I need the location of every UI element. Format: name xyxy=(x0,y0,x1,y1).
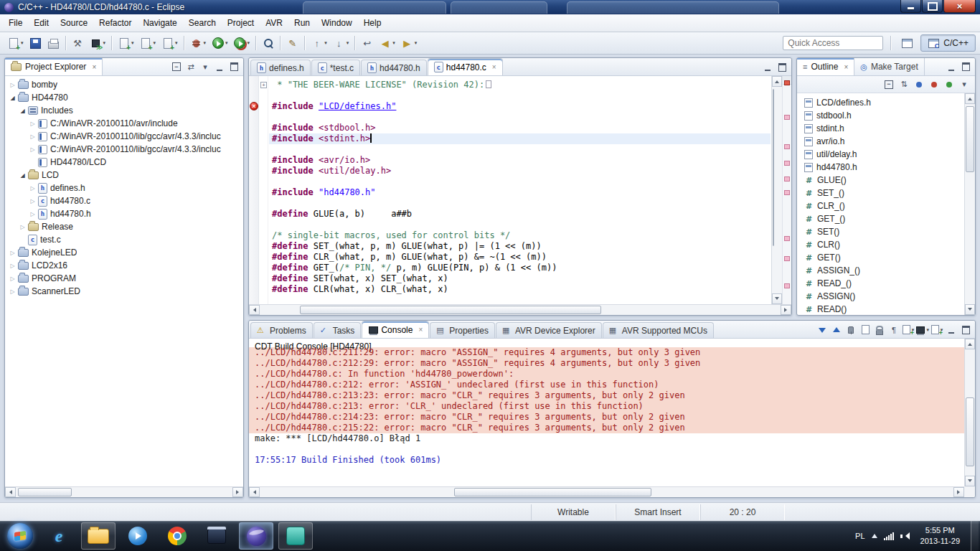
occurrence-overview-marker[interactable] xyxy=(784,256,790,261)
new-project-button[interactable]: ▾ xyxy=(159,34,181,52)
fold-expand-icon[interactable] xyxy=(260,82,267,88)
scrollbar-thumb[interactable] xyxy=(300,306,601,314)
outline-item-read[interactable]: #READ() xyxy=(797,303,964,315)
tree-twistie-icon[interactable]: ▷ xyxy=(8,288,17,295)
menu-item-file[interactable]: File xyxy=(3,16,28,30)
back-button[interactable]: ◀▾ xyxy=(376,34,398,52)
window-maximize-button[interactable] xyxy=(922,0,943,13)
occurrence-overview-marker[interactable] xyxy=(784,236,790,241)
outline-item-avr-io-h[interactable]: avr/io.h xyxy=(797,135,964,148)
hide-non-public-members-button[interactable] xyxy=(943,78,956,90)
overview-ruler[interactable] xyxy=(782,76,791,304)
editor-vertical-scrollbar[interactable] xyxy=(771,76,782,304)
scroll-lock-button[interactable] xyxy=(873,324,886,336)
scrollbar-track[interactable] xyxy=(260,305,780,315)
console-tab-problems[interactable]: ⚠Problems xyxy=(250,322,313,338)
menu-item-avr[interactable]: AVR xyxy=(260,16,288,30)
run-button[interactable]: ▾ xyxy=(209,34,231,52)
forward-button[interactable]: ▶▾ xyxy=(398,34,420,52)
scroll-right-button[interactable] xyxy=(781,305,791,315)
mark-occurrences-button[interactable]: ✎ xyxy=(283,34,301,52)
tree-item-bomby[interactable]: ▷bomby xyxy=(5,78,243,91)
outline-item-assign[interactable]: #ASSIGN() xyxy=(797,290,964,303)
open-console-button[interactable]: ▾ xyxy=(930,324,943,336)
close-tab-icon[interactable]: × xyxy=(492,63,496,71)
taskbar-eclipse[interactable] xyxy=(239,522,273,550)
network-icon[interactable] xyxy=(884,532,894,540)
tree-twistie-icon[interactable]: ▷ xyxy=(28,146,37,153)
next-annotation-button[interactable]: ↓▾ xyxy=(330,34,352,52)
scroll-left-button[interactable] xyxy=(5,487,16,497)
outline-vertical-scrollbar[interactable] xyxy=(964,93,975,315)
outline-collapse-all-button[interactable] xyxy=(882,78,895,90)
tree-item-c-winavr-20100110-lib-gcc-avr-4-3-3-incluc[interactable]: ▷C:/WinAVR-20100110/lib/gcc/avr/4.3.3/in… xyxy=(5,143,243,156)
outline-item-hd44780-h[interactable]: hd44780.h xyxy=(797,161,964,174)
close-view-icon[interactable]: × xyxy=(844,63,848,71)
previous-annotation-button[interactable]: ↑▾ xyxy=(308,34,330,52)
pin-console-button[interactable] xyxy=(844,324,857,336)
outline-item-set[interactable]: #SET_() xyxy=(797,187,964,199)
explorer-collapse-all-button[interactable] xyxy=(170,61,183,73)
tree-item-defines-h[interactable]: ▷hdefines.h xyxy=(5,182,243,194)
menu-item-edit[interactable]: Edit xyxy=(28,16,55,30)
build-all-button[interactable]: ⚒ xyxy=(69,34,87,52)
scroll-left-button[interactable] xyxy=(249,305,260,315)
hide-fields-button[interactable] xyxy=(913,78,925,90)
new-wizard-button[interactable]: ▾ xyxy=(4,34,27,52)
cpp-perspective-button[interactable]: C/C++ xyxy=(920,34,976,52)
clear-console-button[interactable] xyxy=(859,324,872,336)
editor-tab-defines-h[interactable]: hdefines.h xyxy=(250,60,311,75)
scrollbar-thumb[interactable] xyxy=(18,488,72,496)
new-folder-button[interactable]: ▾ xyxy=(137,34,159,52)
show-desktop-button[interactable] xyxy=(971,521,979,551)
close-view-icon[interactable]: × xyxy=(92,63,96,71)
scroll-to-top-button[interactable] xyxy=(830,324,843,336)
editor-minimize-button[interactable] xyxy=(761,61,774,73)
tree-twistie-icon[interactable]: ◢ xyxy=(8,95,17,101)
outline-minimize-button[interactable] xyxy=(945,61,958,73)
scroll-down-button[interactable] xyxy=(772,293,782,304)
occurrence-overview-marker[interactable] xyxy=(784,161,790,166)
tree-twistie-icon[interactable]: ▷ xyxy=(28,198,37,204)
tree-item-hd44780-lcd[interactable]: HD44780/LCD xyxy=(5,156,243,169)
tree-item-includes[interactable]: ◢Includes xyxy=(5,104,243,117)
language-indicator[interactable]: PL xyxy=(855,532,864,540)
taskbar-command-prompt[interactable] xyxy=(199,522,234,550)
menu-item-navigate[interactable]: Navigate xyxy=(137,16,182,30)
occurrence-overview-marker[interactable] xyxy=(784,115,790,120)
editor-maximize-button[interactable] xyxy=(776,61,788,73)
taskbar-clock[interactable]: 5:55 PM 2013-11-29 xyxy=(916,525,964,547)
tree-twistie-icon[interactable]: ▷ xyxy=(8,276,17,282)
outline-item-util-delay-h[interactable]: util/delay.h xyxy=(797,148,964,161)
console-body[interactable]: CDT Build Console [HD44780] ../LCD/hd447… xyxy=(249,339,964,486)
occurrence-overview-marker[interactable] xyxy=(784,176,790,182)
new-console-view-button[interactable]: ▾ xyxy=(902,324,915,336)
tree-item-lcd2x16[interactable]: ▷LCD2x16 xyxy=(5,259,243,272)
tree-item-scannerled[interactable]: ▷ScannerLED xyxy=(5,285,243,298)
console-minimize-button[interactable] xyxy=(945,324,958,336)
hide-static-members-button[interactable] xyxy=(928,78,941,90)
menu-item-project[interactable]: Project xyxy=(222,16,260,30)
scroll-down-button[interactable] xyxy=(965,476,975,486)
tree-twistie-icon[interactable]: ◢ xyxy=(18,172,27,179)
outline-item-set[interactable]: #SET() xyxy=(797,225,964,238)
outline-item-get[interactable]: #GET() xyxy=(797,251,964,264)
scrollbar-track[interactable] xyxy=(260,487,953,497)
outline-item-get[interactable]: #GET_() xyxy=(797,212,964,225)
open-element-button[interactable] xyxy=(259,34,277,52)
scroll-up-button[interactable] xyxy=(965,93,975,104)
explorer-maximize-button[interactable] xyxy=(227,61,240,73)
menu-item-help[interactable]: Help xyxy=(358,16,387,30)
tree-twistie-icon[interactable]: ▷ xyxy=(18,224,27,230)
print-button[interactable] xyxy=(44,34,62,52)
console-tab-tasks[interactable]: ✓Tasks xyxy=(314,322,362,338)
open-perspective-button[interactable] xyxy=(898,34,916,52)
scroll-left-button[interactable] xyxy=(249,487,260,497)
console-tab-properties[interactable]: ▤Properties xyxy=(430,322,495,338)
outline-item-lcd-defines-h[interactable]: LCD/defines.h xyxy=(797,96,964,109)
word-wrap-button[interactable]: ¶ xyxy=(887,324,900,336)
outline-item-clr[interactable]: #CLR_() xyxy=(797,199,964,212)
scrollbar-track[interactable] xyxy=(965,350,975,475)
tree-item-hd44780-h[interactable]: ▷hhd44780.h xyxy=(5,207,243,220)
editor-tab-test-c[interactable]: c*test.c xyxy=(311,60,360,75)
